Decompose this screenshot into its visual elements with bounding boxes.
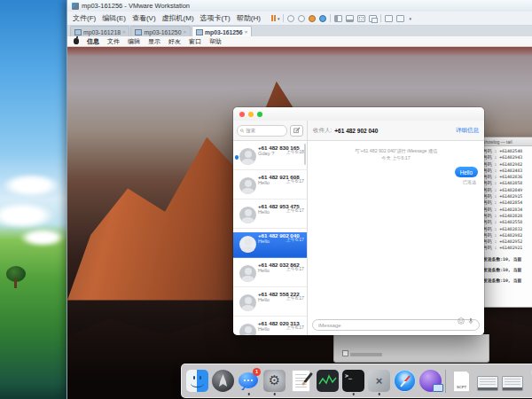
manage-snapshots-icon[interactable] bbox=[319, 15, 326, 22]
minimize-window-button[interactable] bbox=[248, 112, 254, 117]
pause-button[interactable]: ▾ bbox=[271, 15, 280, 21]
utility-app-dock-icon[interactable]: × bbox=[368, 370, 390, 392]
activity-monitor-dock-icon[interactable] bbox=[317, 370, 339, 392]
screen-sharing-dock-icon[interactable] bbox=[419, 370, 442, 392]
conversation-row[interactable]: +61 482 020 313 Hello 上午6:17 bbox=[233, 320, 307, 335]
log-line: 号码 : +61482828 bbox=[483, 213, 532, 219]
menu-tabs[interactable]: 选项卡(T) bbox=[200, 13, 231, 23]
vmware-window-title: mp03-161256 - VMware Workstation bbox=[82, 2, 190, 10]
dock-separator bbox=[445, 370, 446, 393]
avatar bbox=[239, 148, 256, 165]
fullscreen-icon[interactable] bbox=[357, 15, 365, 22]
to-value[interactable]: +61 482 902 040 bbox=[334, 128, 378, 134]
chat-pane: 与“+61 482 902 040”进行 iMessage 通信 今天 上午6:… bbox=[308, 141, 484, 335]
log-line: 号码 : +61482854 bbox=[483, 200, 532, 206]
textedit-dock-icon[interactable] bbox=[292, 370, 310, 392]
unity-mode-icon[interactable] bbox=[369, 15, 377, 22]
script-file-dock-icon[interactable]: SCPT bbox=[453, 371, 470, 392]
close-window-button[interactable] bbox=[239, 112, 245, 117]
macos-menu-buddies[interactable]: 好友 bbox=[168, 37, 181, 46]
messages-titlebar[interactable] bbox=[233, 107, 484, 121]
minimized-window-icon[interactable] bbox=[502, 376, 523, 391]
details-link[interactable]: 详细信息 bbox=[456, 127, 479, 135]
file-extension-label: SCPT bbox=[454, 385, 469, 389]
dialog-checkbox[interactable] bbox=[342, 350, 348, 356]
conversation-row-selected[interactable]: +61 482 902 040 Hello 上午6:17 bbox=[233, 232, 307, 258]
vm-screen: 信息 文件 编辑 显示 好友 窗口 帮助 showlog — tail 号码 :… bbox=[67, 36, 532, 399]
waveform-icon bbox=[317, 370, 339, 392]
log-line: 发送条数:10, 当前 bbox=[483, 267, 532, 273]
menu-edit[interactable]: 编辑(E) bbox=[102, 13, 126, 23]
dialog-checkbox-label bbox=[350, 353, 382, 357]
finder-dock-icon[interactable] bbox=[186, 370, 208, 392]
conversation-list[interactable]: +61 482 830 165 Gday ? 上午6:18 +61 482 92… bbox=[233, 141, 308, 335]
vmware-menubar: 文件(F) 编辑(E) 查看(V) 虚拟机(M) 选项卡(T) 帮助(H) ▾ … bbox=[67, 12, 532, 26]
search-field[interactable] bbox=[237, 125, 287, 137]
log-line: 号码 : +61482832 bbox=[483, 226, 532, 232]
send-ctrl-alt-del-icon[interactable] bbox=[287, 15, 294, 22]
messages-window: 收件人: +61 482 902 040 详细信息 +61 482 830 16… bbox=[233, 107, 484, 335]
cloud bbox=[0, 202, 55, 229]
vmware-titlebar: mp03-161256 - VMware Workstation bbox=[67, 0, 532, 12]
list-toolbar bbox=[233, 121, 308, 140]
log-line: 号码 : +61482558 bbox=[483, 219, 532, 225]
external-displays-icon[interactable] bbox=[396, 15, 404, 22]
log-line: 号码 : +61482952 bbox=[483, 239, 532, 245]
vm-tab-icon bbox=[74, 29, 82, 35]
menu-file[interactable]: 文件(F) bbox=[73, 13, 96, 23]
macos-menu-window[interactable]: 窗口 bbox=[189, 37, 201, 46]
vm-tab-icon bbox=[196, 29, 203, 35]
macos-menu-edit[interactable]: 编辑 bbox=[128, 37, 140, 46]
take-snapshot-icon[interactable] bbox=[298, 15, 305, 22]
macos-menu-messages[interactable]: 信息 bbox=[87, 37, 99, 46]
log-terminal-window[interactable]: showlog — tail 号码 : +61482548号码 : +61482… bbox=[480, 137, 532, 308]
menu-vm[interactable]: 虚拟机(M) bbox=[162, 13, 194, 23]
delivered-status: 已送达 bbox=[308, 179, 484, 184]
tab-close-icon[interactable]: × bbox=[122, 29, 126, 35]
cloud bbox=[2, 174, 60, 197]
terminal-dock-icon[interactable]: >_ bbox=[342, 370, 364, 392]
conversation-row[interactable]: +61 482 830 165 Gday ? 上午6:18 bbox=[233, 145, 307, 170]
safari-dock-icon[interactable] bbox=[394, 370, 416, 392]
log-line: 号码 : +61482858 bbox=[483, 180, 532, 186]
log-line: 号码 : +61482915 bbox=[483, 193, 532, 200]
messages-body: +61 482 830 165 Gday ? 上午6:18 +61 482 92… bbox=[233, 141, 484, 335]
revert-snapshot-icon[interactable] bbox=[309, 15, 316, 22]
avatar bbox=[239, 177, 256, 194]
tab-close-icon[interactable]: × bbox=[183, 29, 186, 35]
console-view-icon[interactable] bbox=[385, 15, 393, 22]
tree-trunk bbox=[14, 278, 17, 288]
show-thumbnail-bar-icon[interactable] bbox=[346, 15, 354, 22]
conversation-row[interactable]: +61 482 921 608 Hello 上午6:17 bbox=[233, 174, 307, 200]
conversation-row[interactable]: +61 482 953 475 Hello 上午6:17 bbox=[233, 203, 307, 229]
conversation-row[interactable]: +61 482 032 862 Hello 上午6:17 bbox=[233, 262, 307, 287]
microphone-icon[interactable] bbox=[467, 317, 474, 325]
apple-menu-icon[interactable] bbox=[74, 38, 79, 44]
menu-view[interactable]: 查看(V) bbox=[132, 13, 156, 23]
zoom-window-button[interactable] bbox=[257, 112, 262, 117]
avatar bbox=[239, 207, 256, 223]
avatar bbox=[239, 265, 256, 282]
message-input[interactable] bbox=[312, 319, 480, 331]
macos-menu-help[interactable]: 帮助 bbox=[209, 37, 222, 46]
conversation-row[interactable]: +61 482 558 222 Hello 上午6:17 bbox=[233, 291, 307, 317]
macos-menu-file[interactable]: 文件 bbox=[107, 37, 120, 46]
menu-help[interactable]: 帮助(H) bbox=[237, 13, 261, 23]
list-scrollbar[interactable] bbox=[304, 144, 306, 165]
launchpad-dock-icon[interactable] bbox=[212, 370, 234, 392]
emoji-icon[interactable] bbox=[458, 317, 465, 325]
messages-dock-icon[interactable]: 1 bbox=[238, 370, 260, 392]
avatar bbox=[239, 294, 256, 311]
system-preferences-dock-icon[interactable]: ⚙ bbox=[263, 370, 286, 392]
compose-button[interactable] bbox=[290, 125, 303, 137]
log-line: 发送条数:10, 当前 bbox=[483, 256, 532, 262]
show-library-icon[interactable] bbox=[334, 15, 342, 22]
log-line: 号码 : +61482982 bbox=[483, 161, 532, 168]
tab-close-icon[interactable]: × bbox=[245, 29, 248, 35]
gear-icon: ⚙ bbox=[269, 374, 280, 387]
chat-intro-text: 与“+61 482 902 040”进行 iMessage 通信 bbox=[308, 148, 484, 154]
minimized-window-icon[interactable] bbox=[477, 376, 498, 391]
macos-menu-view[interactable]: 显示 bbox=[148, 37, 160, 46]
search-input[interactable] bbox=[246, 128, 284, 133]
background-dialog[interactable] bbox=[333, 334, 489, 363]
